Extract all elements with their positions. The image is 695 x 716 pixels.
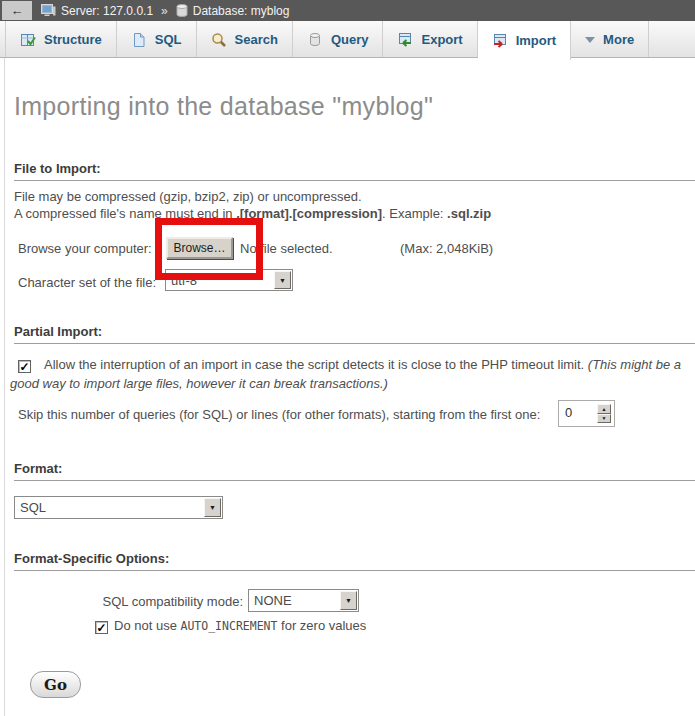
page-title: Importing into the database "myblog": [14, 92, 433, 121]
breadcrumb-server[interactable]: Server: 127.0.0.1: [61, 4, 153, 18]
tab-label: SQL: [155, 32, 182, 47]
breadcrumb-database[interactable]: Database: myblog: [193, 4, 290, 18]
tab-label: Search: [235, 32, 278, 47]
partial-import-heading: Partial Import:: [14, 324, 695, 344]
file-import-notes: File may be compressed (gzip, bzip2, zip…: [14, 188, 491, 222]
browse-label: Browse your computer:: [18, 241, 152, 256]
format-value: SQL: [15, 497, 203, 518]
breadcrumb-bar: ← Server: 127.0.0.1 » Database: myblog: [0, 0, 695, 21]
export-icon: [397, 32, 413, 48]
charset-label: Character set of the file:: [18, 275, 156, 290]
tab-label: More: [603, 32, 634, 47]
compression-note-line1: File may be compressed (gzip, bzip2, zip…: [14, 188, 491, 205]
tab-import[interactable]: Import: [478, 21, 571, 60]
dropdown-arrow-icon[interactable]: ▼: [340, 591, 357, 610]
search-icon: [211, 32, 227, 48]
skip-queries-value: 0: [562, 404, 597, 423]
breadcrumb-separator: »: [161, 4, 168, 18]
go-button[interactable]: Go: [30, 671, 81, 698]
format-specific-heading: Format-Specific Options:: [14, 551, 695, 571]
autoinc-text-1: Do not use: [114, 618, 181, 633]
phpmyadmin-import-page: ← Server: 127.0.0.1 » Database: myblog S…: [0, 0, 695, 716]
tab-label: Export: [421, 32, 462, 47]
sql-compat-value: NONE: [249, 590, 339, 611]
tab-label: Structure: [44, 32, 102, 47]
autoinc-text-2: for zero values: [277, 618, 366, 633]
tab-more[interactable]: More: [571, 21, 649, 58]
sql-compat-select[interactable]: NONE ▼: [248, 589, 359, 612]
checkmark-icon: ✓: [19, 361, 30, 373]
spinner-down-button[interactable]: ▼: [597, 414, 611, 424]
server-icon: [41, 4, 56, 17]
autoinc-row: ✓Do not use AUTO_INCREMENT for zero valu…: [95, 618, 366, 634]
spinner: ▲ ▼: [597, 404, 611, 423]
tab-structure[interactable]: Structure: [5, 21, 117, 58]
sql-compat-label: SQL compatibility mode:: [0, 594, 243, 609]
autoinc-code: AUTO_INCREMENT: [181, 619, 278, 633]
import-icon: [492, 33, 508, 49]
autoinc-checkbox[interactable]: ✓: [95, 621, 108, 634]
tab-bar: Structure SQL Search Query Export: [0, 21, 695, 58]
back-arrow-icon: ←: [11, 3, 24, 18]
back-button[interactable]: ←: [2, 1, 32, 20]
dropdown-arrow-icon[interactable]: ▼: [204, 498, 221, 517]
allow-interruption-checkbox[interactable]: ✓: [18, 360, 31, 373]
allow-interruption-row: ✓Allow the interruption of an import in …: [10, 355, 688, 393]
query-icon: [307, 32, 323, 48]
tab-search[interactable]: Search: [197, 21, 293, 58]
tab-label: Import: [516, 33, 556, 48]
spinner-up-button[interactable]: ▲: [597, 404, 611, 414]
sql-file-icon: [131, 32, 147, 48]
dropdown-arrow-icon[interactable]: ▼: [274, 271, 291, 289]
structure-icon: [20, 32, 36, 48]
file-to-import-heading: File to Import:: [14, 161, 695, 181]
database-icon: [176, 4, 188, 17]
skip-queries-input[interactable]: 0 ▲ ▼: [558, 400, 615, 427]
skip-queries-label: Skip this number of queries (for SQL) or…: [18, 407, 540, 422]
allow-interruption-text: Allow the interruption of an import in c…: [44, 357, 588, 372]
format-heading: Format:: [14, 461, 695, 481]
annotation-highlight-box: [155, 218, 263, 280]
max-size-text: (Max: 2,048KiB): [400, 241, 493, 256]
chevron-down-icon: [585, 37, 595, 43]
tab-query[interactable]: Query: [293, 21, 384, 58]
format-select[interactable]: SQL ▼: [14, 496, 223, 519]
content-left-border: [4, 58, 5, 716]
tab-sql[interactable]: SQL: [117, 21, 197, 58]
tab-label: Query: [331, 32, 369, 47]
checkmark-icon: ✓: [96, 622, 107, 634]
breadcrumb: Server: 127.0.0.1 » Database: myblog: [41, 4, 289, 18]
tab-export[interactable]: Export: [383, 21, 477, 58]
